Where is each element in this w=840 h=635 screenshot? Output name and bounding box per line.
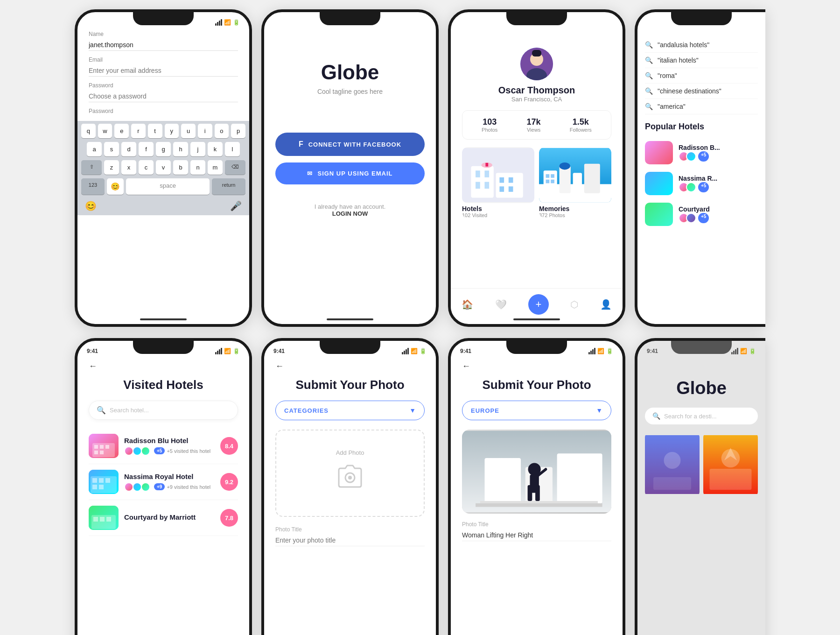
phone-keyboard: 📶 🔋 Name Email Password Password q w e xyxy=(75,9,252,327)
key-delete[interactable]: ⌫ xyxy=(225,160,245,175)
back-button[interactable]: ← xyxy=(89,361,238,371)
nav-profile-icon[interactable]: 👤 xyxy=(600,299,612,310)
keyboard: q w e r t y u i o p a s d f g h xyxy=(77,121,249,215)
key-c[interactable]: c xyxy=(139,160,154,175)
search-item-3[interactable]: 🔍 "chinese destinations" xyxy=(645,84,758,99)
popular-hotel-0[interactable]: Radisson B... +5 xyxy=(645,137,758,168)
search-item-0[interactable]: 🔍 "andalusia hotels" xyxy=(645,37,758,53)
search-item-4[interactable]: 🔍 "america" xyxy=(645,99,758,114)
svg-rect-13 xyxy=(499,186,504,192)
categories-dropdown[interactable]: CATEGORIES ▼ xyxy=(275,401,425,420)
connect-facebook-button[interactable]: f CONNECT WITH FACEBOOK xyxy=(275,133,425,156)
back-button[interactable]: ← xyxy=(275,361,425,371)
password-input[interactable] xyxy=(89,91,238,102)
key-123[interactable]: 123 xyxy=(81,178,105,195)
home-indicator xyxy=(513,318,560,320)
key-d[interactable]: d xyxy=(121,142,136,156)
key-shift[interactable]: ⇧ xyxy=(81,160,102,175)
hotel-item-0[interactable]: Radisson Blu Hotel +5 +5 visited this ho… xyxy=(89,428,238,464)
search-q-icon-3: 🔍 xyxy=(645,87,653,95)
svg-rect-20 xyxy=(560,166,571,193)
key-k[interactable]: k xyxy=(208,142,223,156)
popular-avatars-1: +5 xyxy=(679,182,758,192)
globe-partial-search-bar[interactable]: 🔍 Search for a desti... xyxy=(645,408,758,424)
svg-rect-39 xyxy=(99,478,104,483)
key-p[interactable]: p xyxy=(231,124,245,138)
search-item-1[interactable]: 🔍 "italian hotels" xyxy=(645,53,758,68)
hotel-item-2[interactable]: Courtyard by Marriott 7.8 xyxy=(89,500,238,536)
back-button[interactable]: ← xyxy=(462,361,611,371)
search-q-icon-4: 🔍 xyxy=(645,103,653,110)
camera-icon xyxy=(286,464,414,497)
key-return[interactable]: return xyxy=(212,178,245,195)
signal-icon xyxy=(402,348,409,354)
key-q[interactable]: q xyxy=(81,124,96,138)
home-indicator xyxy=(327,318,373,320)
svg-rect-25 xyxy=(546,180,550,183)
popular-hotel-2[interactable]: Courtyard +5 xyxy=(645,199,758,230)
key-y[interactable]: y xyxy=(165,124,179,138)
key-r[interactable]: r xyxy=(131,124,146,138)
signal-icon xyxy=(215,19,222,26)
hotel-visitors-1: +9 +9 visited this hotel xyxy=(124,482,215,492)
hotels-card[interactable]: Hotels 102 Visited xyxy=(462,147,534,218)
key-g[interactable]: g xyxy=(156,142,171,156)
key-t[interactable]: t xyxy=(148,124,162,138)
key-n[interactable]: n xyxy=(190,160,205,175)
name-input[interactable] xyxy=(89,39,238,51)
key-j[interactable]: j xyxy=(190,142,205,156)
notch xyxy=(320,341,380,354)
notch xyxy=(671,341,732,354)
hotel-name-1: Nassima Royal Hotel xyxy=(124,473,215,480)
nav-home-icon[interactable]: 🏠 xyxy=(462,299,473,310)
svg-rect-35 xyxy=(100,451,104,454)
svg-rect-31 xyxy=(94,445,98,449)
popular-thumb-0 xyxy=(645,141,673,164)
search-item-2[interactable]: 🔍 "roma" xyxy=(645,68,758,84)
key-o[interactable]: o xyxy=(215,124,229,138)
key-emoji[interactable]: 😊 xyxy=(107,178,124,195)
key-v[interactable]: v xyxy=(156,160,171,175)
login-now-link[interactable]: LOGIN NOW xyxy=(332,210,368,217)
memories-card[interactable]: Memories 372 Photos xyxy=(539,147,611,218)
key-z[interactable]: z xyxy=(104,160,119,175)
key-m[interactable]: m xyxy=(208,160,223,175)
add-photo-area[interactable]: Add Photo xyxy=(275,430,425,517)
key-a[interactable]: a xyxy=(87,142,102,156)
popular-hotel-1[interactable]: Nassima R... +5 xyxy=(645,168,758,199)
svg-rect-34 xyxy=(94,451,98,454)
nav-heart-icon[interactable]: 🤍 xyxy=(495,299,507,310)
key-x[interactable]: x xyxy=(121,160,136,175)
key-u[interactable]: u xyxy=(181,124,196,138)
email-input[interactable] xyxy=(89,65,238,77)
phone-visited-hotels: 9:41 📶 🔋 ← Visited Hotels 🔍 Search hotel… xyxy=(75,338,252,635)
popular-section: Popular Hotels Radisson B... +5 xyxy=(645,122,758,230)
photo-title-input[interactable] xyxy=(462,529,611,541)
svg-rect-5 xyxy=(471,166,493,198)
svg-rect-55 xyxy=(476,503,602,507)
search-bar[interactable]: 🔍 Search hotel... xyxy=(89,401,238,420)
key-s[interactable]: s xyxy=(104,142,119,156)
hotel-item-1[interactable]: Nassima Royal Hotel +9 +9 visited this h… xyxy=(89,464,238,500)
key-space[interactable]: space xyxy=(126,178,210,195)
key-l[interactable]: l xyxy=(225,142,240,156)
key-f[interactable]: f xyxy=(139,142,154,156)
key-h[interactable]: h xyxy=(173,142,188,156)
signup-email-button[interactable]: ✉ SIGN UP USING EMAIL xyxy=(275,162,425,184)
battery-icon: 🔋 xyxy=(749,348,756,354)
svg-rect-59 xyxy=(535,485,540,501)
popular-avatars-0: +5 xyxy=(679,151,758,162)
svg-rect-12 xyxy=(509,177,513,183)
key-w[interactable]: w xyxy=(98,124,112,138)
key-i[interactable]: i xyxy=(198,124,212,138)
nav-layers-icon[interactable]: ⬡ xyxy=(570,299,578,310)
popular-name-1: Nassima R... xyxy=(679,175,758,182)
search-item-text-4: "america" xyxy=(658,103,686,110)
svg-rect-22 xyxy=(584,164,600,193)
svg-rect-9 xyxy=(484,182,489,189)
europe-dropdown[interactable]: EUROPE ▼ xyxy=(462,401,611,420)
key-b[interactable]: b xyxy=(173,160,188,175)
key-e[interactable]: e xyxy=(114,124,129,138)
photo-title-input[interactable] xyxy=(275,535,425,546)
nav-add-button[interactable]: + xyxy=(528,294,549,315)
